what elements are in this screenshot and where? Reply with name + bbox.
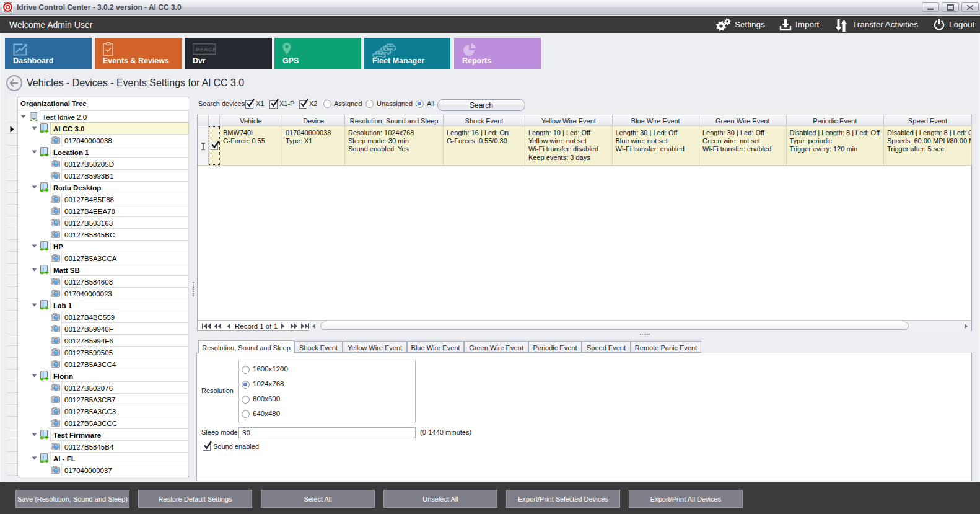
svg-text:MERGE: MERGE [196, 47, 217, 53]
